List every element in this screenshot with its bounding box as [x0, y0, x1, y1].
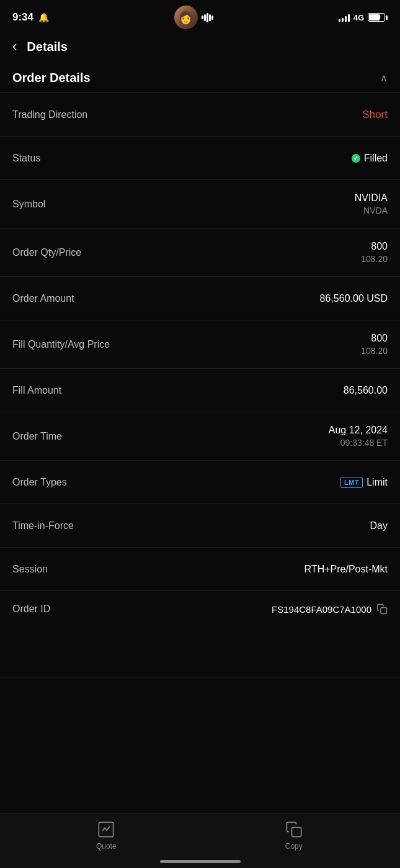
status-right: 4G 30 — [339, 13, 388, 22]
order-time-value: Aug 12, 2024 09:33:48 ET — [329, 425, 388, 448]
order-id-row: Order ID FS194C8FA09C7A1000 — [0, 591, 400, 677]
tab-copy[interactable]: Copy — [200, 821, 388, 851]
order-qty-row: Order Qty/Price 800 108.20 — [0, 228, 400, 277]
fill-qty-label: Fill Quantity/Avg Price — [12, 339, 110, 350]
copy-order-id-icon[interactable] — [376, 604, 388, 615]
svg-rect-2 — [291, 828, 301, 837]
symbol-row: Symbol NVIDIA NVDA — [0, 180, 400, 228]
order-id-label: Order ID — [12, 604, 50, 615]
order-details-header[interactable]: Order Details ∧ — [0, 61, 400, 93]
back-button[interactable]: ‹ — [12, 38, 17, 55]
symbol-value: NVIDIA NVDA — [355, 192, 388, 215]
fill-qty-value: 800 108.20 — [361, 333, 388, 356]
status-row: Status Filled — [0, 137, 400, 180]
status-bar: 9:34 🔔 👩 4G 30 — [0, 0, 400, 32]
chart-icon — [97, 821, 115, 838]
trading-direction-row: Trading Direction Short — [0, 93, 400, 137]
status-center: 👩 — [174, 6, 213, 29]
bell-icon: 🔔 — [38, 12, 49, 22]
trading-direction-value: Short — [362, 109, 388, 121]
copy-tab-icon — [285, 821, 303, 838]
trading-direction-label: Trading Direction — [12, 109, 87, 120]
order-qty-secondary: 108.20 — [361, 254, 388, 264]
time-in-force-row: Time-in-Force Day — [0, 504, 400, 548]
signal-bars-icon — [339, 13, 350, 22]
order-amount-label: Order Amount — [12, 293, 74, 304]
page-title: Details — [27, 40, 68, 54]
fill-qty-secondary: 108.20 — [361, 346, 388, 356]
symbol-secondary: NVDA — [363, 206, 388, 215]
avatar: 👩 — [174, 6, 198, 29]
symbol-primary: NVIDIA — [355, 192, 388, 204]
audio-wave-icon — [202, 13, 213, 22]
lmt-badge: LMT — [340, 477, 363, 488]
order-time-secondary: 09:33:48 ET — [340, 438, 388, 448]
fill-amount-value: 86,560.00 — [344, 385, 388, 396]
fill-qty-row: Fill Quantity/Avg Price 800 108.20 — [0, 320, 400, 369]
nav-bar: ‹ Details — [0, 32, 400, 61]
collapse-icon: ∧ — [380, 72, 388, 84]
order-qty-value: 800 108.20 — [361, 241, 388, 264]
fill-amount-row: Fill Amount 86,560.00 — [0, 369, 400, 412]
tab-copy-label: Copy — [285, 842, 303, 851]
network-type: 4G — [353, 13, 364, 22]
fill-qty-primary: 800 — [371, 333, 388, 344]
battery-icon: 30 — [368, 13, 388, 22]
order-types-row: Order Types LMT Limit — [0, 461, 400, 504]
svg-rect-0 — [381, 608, 387, 614]
session-label: Session — [12, 564, 48, 575]
session-value: RTH+Pre/Post-Mkt — [304, 564, 388, 575]
order-types-value: LMT Limit — [340, 477, 388, 488]
order-qty-primary: 800 — [371, 241, 388, 252]
order-time-primary: Aug 12, 2024 — [329, 425, 388, 436]
status-text: Filled — [364, 153, 388, 164]
time-in-force-value: Day — [370, 520, 388, 531]
status-left: 9:34 🔔 — [12, 11, 49, 24]
section-title: Order Details — [12, 71, 91, 85]
order-amount-row: Order Amount 86,560.00 USD — [0, 277, 400, 320]
status-label: Status — [12, 153, 40, 164]
order-qty-label: Order Qty/Price — [12, 247, 81, 258]
order-id-value: FS194C8FA09C7A1000 — [272, 604, 388, 615]
back-icon: ‹ — [12, 38, 17, 55]
session-row: Session RTH+Pre/Post-Mkt — [0, 548, 400, 591]
status-value: Filled — [352, 153, 388, 164]
tab-quote[interactable]: Quote — [12, 821, 200, 851]
order-time-label: Order Time — [12, 431, 62, 442]
battery-level: 30 — [372, 14, 380, 21]
time-in-force-label: Time-in-Force — [12, 520, 74, 531]
order-id-text: FS194C8FA09C7A1000 — [272, 604, 371, 615]
status-time: 9:34 — [12, 11, 33, 24]
tab-quote-label: Quote — [96, 842, 117, 851]
home-indicator — [160, 860, 241, 863]
order-types-label: Order Types — [12, 477, 67, 488]
order-types-text: Limit — [367, 477, 388, 488]
symbol-label: Symbol — [12, 199, 45, 210]
fill-amount-label: Fill Amount — [12, 385, 61, 396]
filled-dot-icon — [352, 154, 360, 163]
order-amount-value: 86,560.00 USD — [320, 293, 388, 304]
order-time-row: Order Time Aug 12, 2024 09:33:48 ET — [0, 412, 400, 461]
